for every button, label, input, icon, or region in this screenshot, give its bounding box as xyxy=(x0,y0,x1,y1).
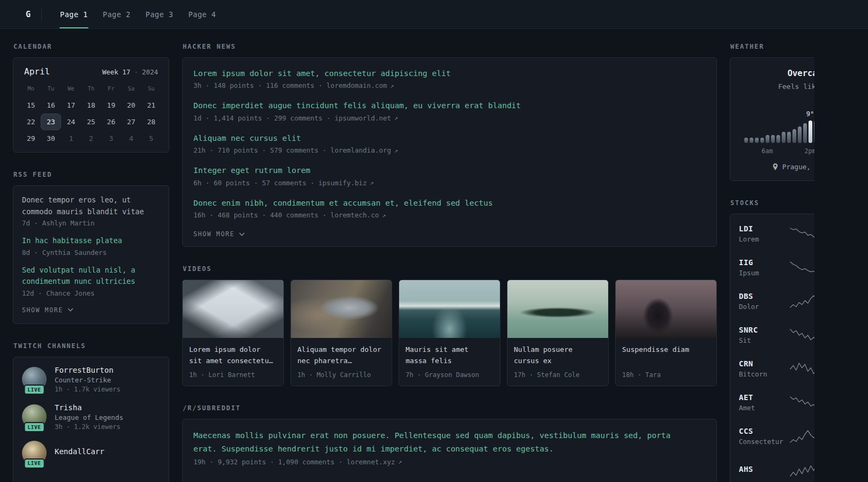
page-tabs: Page 1 Page 2 Page 3 Page 4 xyxy=(53,0,223,28)
app-logo[interactable]: G xyxy=(24,0,33,28)
rss-item-title[interactable]: Donec tempor eros leo, ut commodo mauris… xyxy=(22,194,160,217)
rss-item-title[interactable]: In hac habitasse platea xyxy=(22,235,160,247)
calendar-day-header: Th xyxy=(81,82,101,97)
external-link-icon: ↗ xyxy=(390,82,394,89)
twitch-channel[interactable]: LIVE ForrestBurton Counter-Strike 1h · 1… xyxy=(22,366,160,393)
calendar-card: April Week 17 · 2024 Mo Tu We xyxy=(13,57,169,153)
page-tab[interactable]: Page 3 xyxy=(138,0,181,28)
stock-sparkline xyxy=(786,328,814,342)
twitch-channel[interactable]: LIVE Trisha League of Legends 3h · 1.2k … xyxy=(22,403,160,431)
video-card[interactable]: Mauris sit amet massa felis 7h · Grayson… xyxy=(399,280,500,386)
external-link-icon: ↗ xyxy=(370,179,374,186)
page-tab[interactable]: Page 2 xyxy=(95,0,138,28)
hackernews-item-title[interactable]: Lorem ipsum dolor sit amet, consectetur … xyxy=(193,67,706,79)
hackernews-item-meta-text: 16h · 468 points · 440 comments · loremt… xyxy=(193,211,379,219)
video-body: Suspendisse diam 18h · Tara xyxy=(616,338,716,386)
avatar-wrap: LIVE xyxy=(22,367,47,391)
weather-location-text: Prague, Czechia xyxy=(782,163,814,171)
weather-bar xyxy=(766,135,769,143)
section-title-weather: WEATHER xyxy=(730,43,814,50)
hackernews-item-title[interactable]: Integer eget rutrum lorem xyxy=(193,164,706,176)
chevron-down-icon xyxy=(68,308,73,312)
hackernews-item-meta: 1d · 1,414 points · 299 comments · ipsum… xyxy=(193,114,706,122)
weather-bar xyxy=(803,123,807,143)
section-title-subreddit: /R/SUBREDDIT xyxy=(183,404,717,412)
stock-row: AHS +0.46% xyxy=(739,453,814,482)
calendar-day-headers: Mo Tu We Th Fr Sa Su xyxy=(21,82,161,97)
hackernews-show-more-button[interactable]: SHOW MORE xyxy=(193,229,245,239)
calendar-day: 20 xyxy=(121,97,141,114)
external-link-icon: ↗ xyxy=(394,114,398,122)
live-badge: LIVE xyxy=(24,458,45,469)
video-body: Lorem ipsum dolor sit amet consectetu… 1… xyxy=(183,338,283,386)
weather-bar xyxy=(776,135,780,143)
right-column: WEATHER Overcast Feels like 5°C 9° 6am2p… xyxy=(730,43,814,482)
stock-sparkline xyxy=(786,463,814,477)
subreddit-post-meta: 19h · 9,932 points · 1,090 comments · lo… xyxy=(193,458,706,466)
stock-row: IIG Ipsum +2.84% $42.04 xyxy=(739,251,814,284)
hackernews-item-title[interactable]: Aliquam nec cursus elit xyxy=(193,132,706,144)
video-card[interactable]: Suspendisse diam 18h · Tara xyxy=(615,280,717,386)
show-more-label: SHOW MORE xyxy=(22,306,63,314)
video-title: Nullam posuere cursus ex xyxy=(514,344,602,366)
weather-hourly-chart: 9° xyxy=(738,93,814,143)
video-thumbnail xyxy=(399,280,500,338)
hackernews-item-title[interactable]: Donec imperdiet augue tincidunt felis al… xyxy=(193,100,706,111)
twitch-channel[interactable]: LIVE KendallCarr xyxy=(22,441,160,465)
weather-feels-like: Feels like 5°C xyxy=(738,82,814,91)
page-tab[interactable]: Page 4 xyxy=(181,0,223,28)
hackernews-item-meta-text: 1d · 1,414 points · 299 comments · ipsum… xyxy=(193,114,391,122)
subreddit-post-meta-text: 19h · 9,932 points · 1,090 comments · lo… xyxy=(193,458,395,466)
sparkline-svg xyxy=(790,295,814,308)
stock-row: CRN Bitcorn -1.00% $66,171.48 xyxy=(739,352,814,386)
rss-show-more-button[interactable]: SHOW MORE xyxy=(22,305,73,315)
calendar-day: 23 xyxy=(41,114,61,130)
video-card[interactable]: Aliquam tempor dolor nec pharetra… 1h · … xyxy=(290,280,392,386)
hackernews-item-meta: 16h · 468 points · 440 comments · loremt… xyxy=(193,211,706,219)
rss-item-title[interactable]: Sed volutpat nulla nisl, a condimentum n… xyxy=(22,265,160,288)
calendar-day: 16 xyxy=(41,97,61,114)
calendar-widget: CALENDAR April Week 17 · 2024 Mo Tu xyxy=(13,43,169,153)
hackernews-item-meta-text: 3h · 148 points · 116 comments · loremdo… xyxy=(193,81,387,89)
video-body: Mauris sit amet massa felis 7h · Grayson… xyxy=(399,338,500,386)
weather-bar xyxy=(787,132,791,143)
section-title-calendar: CALENDAR xyxy=(13,43,169,50)
dashboard: CALENDAR April Week 17 · 2024 Mo Tu xyxy=(0,29,814,482)
weather-widget: WEATHER Overcast Feels like 5°C 9° 6am2p… xyxy=(730,43,814,181)
calendar-day-header: We xyxy=(61,82,81,97)
stocks-widget: STOCKS LDI Lorem +4.35% $795.1 xyxy=(730,199,814,482)
hackernews-item: Donec enim nibh, condimentum et accumsan… xyxy=(193,197,706,219)
live-badge: LIVE xyxy=(24,422,45,432)
video-thumbnail xyxy=(616,280,716,338)
hackernews-item-title[interactable]: Donec enim nibh, condimentum et accumsan… xyxy=(193,197,706,209)
weather-location: Prague, Czechia xyxy=(738,163,814,171)
calendar-day-header: Su xyxy=(141,82,161,97)
video-card[interactable]: Nullam posuere cursus ex 17h · Stefan Co… xyxy=(507,280,609,386)
calendar-header: April Week 17 · 2024 xyxy=(21,65,161,82)
avatar-wrap: LIVE xyxy=(22,441,47,465)
calendar-day: 15 xyxy=(21,97,41,114)
external-link-icon: ↗ xyxy=(398,458,402,465)
video-meta: 1h · Molly Carrillo xyxy=(297,371,385,379)
subreddit-post-title[interactable]: Maecenas mollis pulvinar erat non posuer… xyxy=(193,429,690,455)
hackernews-item: Integer eget rutrum lorem 6h · 60 points… xyxy=(193,164,706,186)
calendar-day: 3 xyxy=(101,130,121,147)
stock-sparkline xyxy=(786,227,814,241)
weather-bar xyxy=(750,138,753,143)
weather-bar xyxy=(792,129,796,143)
current-temp-label: 9° xyxy=(806,110,814,118)
stock-id: SNRC Sit xyxy=(739,326,786,344)
stock-symbol: AET xyxy=(739,393,786,402)
subreddit-post: Maecenas mollis pulvinar erat non posuer… xyxy=(193,429,706,465)
video-title: Mauris sit amet massa felis xyxy=(406,344,493,366)
video-card[interactable]: Lorem ipsum dolor sit amet consectetu… 1… xyxy=(182,280,284,386)
video-meta: 7h · Grayson Dawson xyxy=(406,371,493,379)
stock-name: Dolor xyxy=(739,303,786,311)
page-tab[interactable]: Page 1 xyxy=(53,0,95,28)
stock-id: DBS Dolor xyxy=(739,292,786,311)
external-link-icon: ↗ xyxy=(382,212,386,219)
weather-time-label: 2pm xyxy=(805,147,814,155)
chevron-down-icon xyxy=(239,232,245,236)
hackernews-widget: HACKER NEWS Lorem ipsum dolor sit amet, … xyxy=(182,43,717,247)
channel-name: KendallCarr xyxy=(55,447,104,456)
